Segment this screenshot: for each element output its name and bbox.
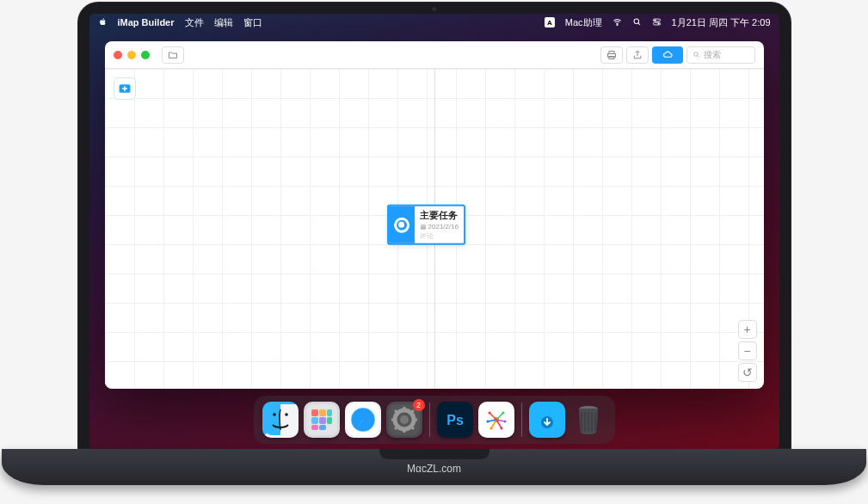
svg-point-40 bbox=[503, 421, 506, 423]
svg-rect-19 bbox=[327, 409, 332, 416]
svg-rect-11 bbox=[421, 224, 426, 230]
svg-rect-23 bbox=[311, 425, 318, 430]
svg-rect-13 bbox=[280, 404, 296, 435]
svg-point-42 bbox=[500, 427, 502, 430]
zoom-in-button[interactable]: + bbox=[738, 320, 757, 339]
dock-trash-icon[interactable] bbox=[570, 402, 606, 438]
dock: 2 Ps bbox=[254, 396, 615, 444]
node-radio-icon bbox=[389, 206, 415, 243]
laptop-bezel: iMap Builder 文件 编辑 窗口 A Mac助理 1月21日 周四 下… bbox=[77, 2, 791, 449]
control-center-icon[interactable] bbox=[652, 17, 662, 28]
search-icon[interactable] bbox=[632, 17, 642, 28]
svg-rect-21 bbox=[319, 417, 326, 424]
datetime-label[interactable]: 1月21日 周四 下午 2:09 bbox=[672, 16, 771, 29]
dock-downloads-icon[interactable] bbox=[529, 402, 565, 438]
dock-separator-2 bbox=[521, 403, 522, 437]
svg-rect-20 bbox=[311, 417, 318, 424]
helper-label[interactable]: Mac助理 bbox=[565, 16, 602, 29]
svg-point-32 bbox=[400, 415, 409, 424]
node-body: 主要任务 2021/2/16 评论 bbox=[415, 206, 465, 243]
app-window: 搜索 主要任务 bbox=[105, 41, 764, 389]
zoom-out-button[interactable]: − bbox=[738, 341, 757, 360]
svg-point-38 bbox=[502, 412, 504, 415]
svg-rect-22 bbox=[327, 417, 332, 424]
settings-badge: 2 bbox=[413, 399, 425, 411]
folder-button[interactable] bbox=[162, 46, 184, 64]
node-comment: 评论 bbox=[420, 231, 459, 241]
dock-settings-icon[interactable]: 2 bbox=[386, 402, 422, 438]
svg-point-41 bbox=[489, 427, 492, 430]
laptop-base: MαcZL.com bbox=[2, 449, 866, 485]
svg-point-9 bbox=[693, 52, 698, 57]
laptop-frame: iMap Builder 文件 编辑 窗口 A Mac助理 1月21日 周四 下… bbox=[0, 0, 868, 504]
titlebar: 搜索 bbox=[105, 41, 764, 69]
laptop-label: MαcZL.com bbox=[407, 463, 461, 475]
svg-point-4 bbox=[654, 19, 655, 20]
dock-separator bbox=[429, 403, 430, 437]
svg-rect-24 bbox=[319, 425, 326, 430]
maximize-button[interactable] bbox=[141, 51, 150, 59]
laptop-notch bbox=[379, 449, 489, 459]
print-button[interactable] bbox=[600, 46, 623, 64]
svg-point-15 bbox=[285, 413, 288, 416]
menu-file[interactable]: 文件 bbox=[185, 16, 204, 29]
traffic-lights bbox=[114, 51, 150, 59]
canvas[interactable]: 主要任务 2021/2/16 评论 + − ↺ bbox=[105, 69, 764, 389]
node-date: 2021/2/16 bbox=[420, 223, 459, 230]
node-title: 主要任务 bbox=[420, 209, 459, 222]
main-task-node[interactable]: 主要任务 2021/2/16 评论 bbox=[387, 205, 466, 245]
svg-point-1 bbox=[634, 19, 639, 24]
zoom-reset-button[interactable]: ↺ bbox=[738, 363, 757, 382]
svg-rect-8 bbox=[609, 56, 614, 58]
search-placeholder: 搜索 bbox=[704, 49, 721, 61]
screen: iMap Builder 文件 编辑 窗口 A Mac助理 1月21日 周四 下… bbox=[89, 14, 779, 449]
cloud-button[interactable] bbox=[652, 46, 683, 64]
svg-point-0 bbox=[617, 24, 618, 25]
menubar-right: A Mac助理 1月21日 周四 下午 2:09 bbox=[545, 16, 771, 29]
menu-window[interactable]: 窗口 bbox=[243, 16, 262, 29]
menubar: iMap Builder 文件 编辑 窗口 A Mac助理 1月21日 周四 下… bbox=[89, 14, 779, 31]
svg-text:Ps: Ps bbox=[446, 413, 464, 427]
minimize-button[interactable] bbox=[127, 51, 136, 59]
close-button[interactable] bbox=[114, 51, 122, 59]
apple-icon[interactable] bbox=[98, 17, 108, 28]
dock-finder-icon[interactable] bbox=[262, 402, 299, 438]
wifi-icon[interactable] bbox=[613, 17, 622, 28]
zoom-controls: + − ↺ bbox=[738, 320, 757, 382]
dock-launchpad-icon[interactable] bbox=[304, 402, 340, 438]
svg-point-39 bbox=[486, 421, 489, 423]
calendar-icon bbox=[420, 223, 427, 230]
camera-icon bbox=[432, 7, 436, 11]
menubar-left: iMap Builder 文件 编辑 窗口 bbox=[98, 16, 262, 29]
svg-rect-18 bbox=[319, 409, 326, 416]
share-button[interactable] bbox=[626, 46, 649, 64]
menu-edit[interactable]: 编辑 bbox=[214, 16, 233, 29]
svg-point-14 bbox=[273, 413, 276, 416]
input-source-icon[interactable]: A bbox=[545, 17, 555, 28]
dock-imap-icon[interactable] bbox=[478, 402, 514, 438]
dock-photoshop-icon[interactable]: Ps bbox=[437, 402, 473, 438]
app-name[interactable]: iMap Builder bbox=[118, 17, 175, 28]
search-field[interactable]: 搜索 bbox=[686, 46, 755, 64]
svg-point-5 bbox=[657, 22, 658, 23]
svg-rect-17 bbox=[311, 409, 318, 416]
dock-safari-icon[interactable] bbox=[345, 402, 381, 438]
svg-point-37 bbox=[488, 412, 490, 415]
add-node-button[interactable] bbox=[114, 77, 136, 100]
